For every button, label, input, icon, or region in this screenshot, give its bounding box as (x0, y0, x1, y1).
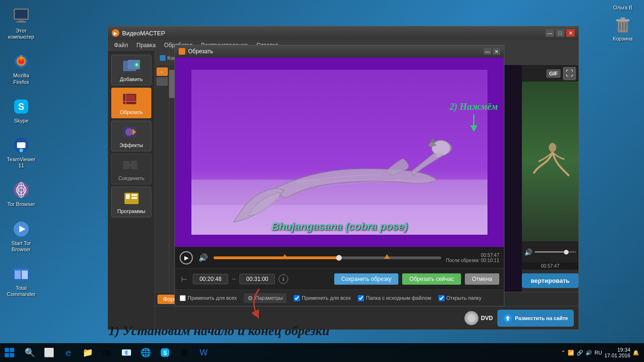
trim-separator: ~ (232, 275, 236, 283)
taskbar-taskview[interactable]: ⬜ (41, 344, 58, 361)
open-folder-input[interactable] (438, 295, 445, 301)
network-icon: 📶 (568, 350, 574, 356)
annotation-group-2: 2) Нажмём (449, 101, 498, 133)
right-trim-marker[interactable] (384, 254, 390, 259)
clip-item-1[interactable]: ▶ (157, 67, 168, 76)
desktop-icon-skype[interactable]: S Skype (5, 95, 38, 126)
convert-button[interactable]: вертировать (522, 273, 578, 288)
svg-rect-44 (126, 194, 130, 199)
taskbar-explorer[interactable]: 📁 (79, 344, 96, 361)
dialog-close[interactable]: ✕ (493, 48, 500, 55)
save-crop-button[interactable]: Сохранить обрезку (334, 273, 398, 285)
start-time-input[interactable] (193, 274, 228, 284)
notification-icon[interactable]: 🔔 (633, 350, 639, 356)
taskbar-chrome[interactable]: 🌐 (137, 344, 154, 361)
volume-taskbar-icon[interactable]: 🔊 (586, 350, 592, 356)
taskbar-up-arrow[interactable]: ⌃ (561, 350, 565, 356)
desktop-icon-total-commander[interactable]: Total Commander (5, 262, 38, 300)
language-indicator: RU (594, 350, 602, 355)
thumbnail-video (522, 82, 578, 241)
start-button[interactable] (0, 343, 19, 362)
sound-button[interactable]: 🔊 (198, 252, 209, 263)
source-folder-label: Папка с исходным файлом (366, 295, 431, 301)
gif-button[interactable]: GIF (546, 69, 561, 78)
desktop-icon-teamviewer[interactable]: TeamViewer 11 (5, 133, 38, 171)
taskbar-mail[interactable]: 📧 (118, 344, 135, 361)
skype-label: Skype (14, 118, 29, 124)
firefox-label: Mozilla Firefox (7, 73, 35, 85)
desktop-icon-tor-browser[interactable]: Tor Browser (5, 178, 38, 210)
skype-icon: S (12, 97, 31, 116)
dvd-button[interactable]: DVD (464, 311, 493, 325)
crop-now-button[interactable]: Обрезать сейчас (402, 273, 461, 285)
open-folder-label: Открыть папку (446, 295, 482, 301)
svg-point-47 (549, 143, 556, 152)
info-button[interactable]: ℹ (279, 274, 288, 284)
dvd-icon (464, 311, 479, 325)
play-button[interactable]: ▶ (180, 251, 193, 264)
svg-rect-3 (17, 21, 26, 23)
source-folder-checkbox[interactable]: Папка с исходным файлом (358, 295, 431, 301)
progress-bar[interactable] (214, 256, 441, 259)
volume-handle (564, 250, 569, 255)
apply-all-2-checkbox[interactable]: Применить для всех (294, 295, 351, 301)
taskbar-edge[interactable]: e (60, 344, 77, 361)
volume-fill (535, 251, 564, 253)
menu-file[interactable]: Файл (110, 41, 132, 49)
current-time: 00:57:47 (481, 253, 499, 258)
taskbar-settings[interactable]: ⚙ (176, 344, 193, 361)
maximize-button[interactable]: □ (556, 29, 564, 37)
taskbar-word[interactable]: W (195, 344, 212, 361)
taskbar-search[interactable]: 🔍 (21, 344, 38, 361)
svg-rect-58 (5, 353, 9, 357)
desktop-icon-start-tor[interactable]: Start Tor Browser (5, 217, 38, 255)
svg-rect-45 (132, 194, 137, 196)
cancel-button[interactable]: Отмена (465, 273, 499, 285)
apply-all-input[interactable] (180, 295, 186, 301)
start-tor-label: Start Tor Browser (7, 240, 35, 253)
svg-point-11 (19, 148, 23, 152)
convert-section: вертировать (522, 270, 578, 292)
source-folder-input[interactable] (358, 295, 364, 301)
sidebar-effects[interactable]: Эффекты (111, 121, 151, 151)
end-time-input[interactable] (239, 274, 275, 284)
sidebar-join[interactable]: Соединить (111, 154, 151, 184)
close-button[interactable]: ✕ (566, 29, 575, 37)
user-name: Ольга В (613, 5, 633, 10)
join-icon (122, 157, 141, 174)
app-title-left: ▶ ВидеоМАСТЕР (112, 29, 165, 37)
progress-handle[interactable] (336, 255, 342, 261)
fullscreen-button[interactable]: ⛶ (563, 67, 576, 80)
taskbar-store[interactable]: 🛍 (99, 344, 116, 361)
crop-icon (122, 91, 141, 108)
apply-all-2-input[interactable] (294, 295, 300, 301)
sidebar-programs[interactable]: Программы (111, 187, 151, 217)
dialog-minimize[interactable]: — (484, 48, 491, 55)
open-folder-button[interactable]: Открыть папку (438, 295, 482, 301)
programs-icon (122, 190, 141, 207)
menu-edit[interactable]: Правка (133, 41, 160, 49)
volume-slider[interactable] (535, 251, 576, 253)
crop-dialog: Обрезать — ✕ (174, 45, 504, 306)
progress-fill (214, 256, 339, 259)
publish-button[interactable]: Разместить на сайте (497, 310, 574, 327)
taskbar-time: 19:34 17.01.2016 (604, 347, 630, 358)
apply-all-checkbox[interactable]: Применить для всех (180, 295, 237, 301)
sidebar-add[interactable]: + Добавить (111, 55, 151, 85)
volume-icon[interactable]: 🔊 (524, 248, 532, 256)
taskbar-skype-tb[interactable]: S (157, 344, 173, 361)
clip-item-2[interactable] (157, 77, 168, 86)
desktop-icon-firefox[interactable]: Mozilla Firefox (5, 49, 38, 87)
bottom-options: Применить для всех ⚙ Параметры Применить… (175, 289, 504, 306)
minimize-button[interactable]: — (545, 29, 554, 37)
firefox-icon (12, 52, 31, 71)
recycle-bin-icon (613, 15, 632, 34)
left-trim-marker[interactable] (282, 254, 288, 259)
desktop-icon-recycle-bin[interactable]: Корзина (606, 13, 639, 44)
after-label: После обрезки: 00:10:11 (446, 258, 499, 263)
add-label: Добавить (120, 76, 143, 82)
svg-text:+: + (135, 62, 138, 67)
desktop-icon-my-computer[interactable]: Этот компьютер (5, 5, 38, 42)
sidebar-crop[interactable]: Обрезать (111, 88, 151, 118)
recycle-bin-label: Корзина (613, 36, 633, 42)
